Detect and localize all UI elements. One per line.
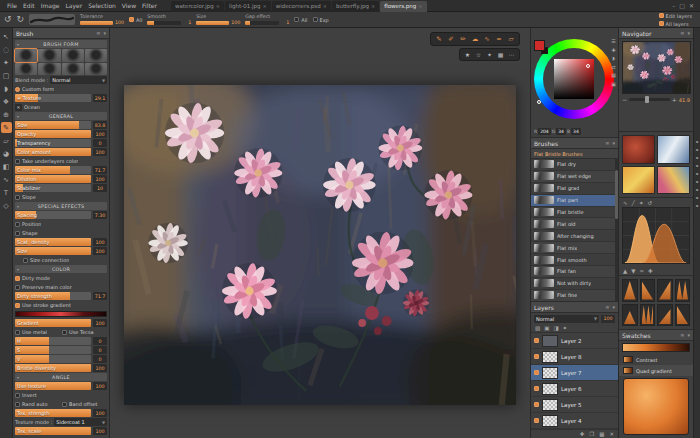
param-value[interactable]: 100 [93, 364, 107, 372]
param-scat-density[interactable]: Scat. density100 [15, 238, 107, 246]
toolbar-slider-smooth[interactable]: Smooth1 [147, 14, 191, 25]
checkbox[interactable] [15, 222, 20, 227]
param-value[interactable]: 7.30 [93, 211, 107, 219]
brush-form-thumb[interactable] [15, 49, 37, 62]
close-icon[interactable]: × [371, 3, 375, 9]
section-header[interactable]: ▾BRUSH FORM [15, 40, 107, 48]
menu-selection[interactable]: Selection [85, 2, 119, 9]
param-value[interactable]: 71.7 [93, 166, 107, 174]
more-icon[interactable]: ⋯ [507, 50, 516, 59]
slider-track[interactable]: Gradient [15, 319, 91, 327]
scrollbar-thumb[interactable] [615, 170, 618, 218]
gradient-item[interactable]: Quad gradient [619, 365, 693, 376]
profile-preset[interactable] [640, 304, 656, 327]
panel-toggle-icon[interactable]: ▪ [696, 156, 699, 160]
toolbar-slider-tolerance[interactable]: Tolerance100 [80, 14, 124, 25]
panel-toggle-icon[interactable]: ▪ [696, 204, 699, 208]
param-size[interactable]: Size83.8 [15, 121, 107, 129]
param-opacity[interactable]: Opacity100 [15, 130, 107, 138]
brush-form-thumb[interactable] [38, 49, 60, 62]
toolbar-slider-size[interactable]: Size100 [196, 14, 240, 25]
profile-preset[interactable] [657, 304, 673, 327]
slider-track[interactable]: H [15, 337, 91, 345]
brush-form-thumb[interactable] [62, 49, 84, 62]
navigator-thumbnail[interactable] [622, 41, 691, 94]
menu-image[interactable]: Image [38, 2, 63, 9]
checkbox[interactable] [15, 231, 20, 236]
layer-visibility-checkbox[interactable] [534, 338, 539, 343]
param-color-amount[interactable]: Color amount100 [15, 148, 107, 156]
toolbar-check-exp[interactable]: Exp [313, 17, 329, 23]
param-h[interactable]: H0 [15, 337, 107, 345]
doc-tab[interactable]: watercolor.jpg× [171, 1, 224, 12]
add-node-icon[interactable]: ✚ [648, 268, 653, 274]
toolbar-check-all[interactable]: All [294, 17, 307, 23]
checkbox[interactable] [15, 276, 20, 281]
layer-thumbnail[interactable] [542, 351, 558, 363]
slider-track[interactable]: Size [15, 121, 91, 129]
slider-track[interactable]: Dirty strength [15, 292, 91, 300]
param-value[interactable]: 29.1 [93, 94, 107, 102]
canvas-document[interactable] [124, 85, 516, 405]
param-check[interactable]: Dirty mode [15, 274, 107, 282]
crop-tool[interactable]: ▢ [1, 70, 12, 81]
eyedropper-tool[interactable]: ◗ [1, 83, 12, 94]
layer-row[interactable]: Layer 7 [531, 365, 618, 381]
panel-collapse-icon[interactable]: ▾ [687, 332, 690, 338]
dropdown-value[interactable]: Sidercoat 1▼ [54, 418, 107, 426]
brush-preset[interactable]: Flat old [531, 218, 618, 230]
section-header[interactable]: ▾SPECIAL EFFECTS [15, 202, 107, 210]
checkbox[interactable] [23, 258, 28, 263]
remove-icon[interactable]: ✕ [15, 104, 22, 111]
param-dilution[interactable]: Dilution100 [15, 175, 107, 183]
param-use-texture[interactable]: Use texture100 [15, 382, 107, 390]
profile-preset[interactable] [675, 279, 691, 302]
checkbox[interactable] [659, 21, 664, 26]
window-minimize-icon[interactable]: – [672, 2, 675, 9]
hand-tool[interactable]: ❖ [1, 96, 12, 107]
new-layer-icon[interactable]: ✚ [580, 431, 585, 437]
zoom-slider[interactable] [629, 98, 670, 101]
undo-icon[interactable]: ↺ [4, 15, 12, 24]
delete-layer-icon[interactable]: ✕ [609, 431, 614, 437]
brush-form-thumb[interactable] [38, 63, 60, 76]
param-color-mix[interactable]: Color mix71.7 [15, 166, 107, 174]
brush-preset[interactable]: Flat wet edge [531, 171, 618, 183]
menu-edit[interactable]: Edit [20, 2, 38, 9]
brush-preset[interactable]: Flat fine [531, 290, 618, 301]
lock-layer-icon[interactable]: ▣ [544, 325, 549, 331]
brush-form-thumb[interactable] [85, 63, 107, 76]
navigator-titlebar[interactable]: Navigator ≡ ▾ [619, 28, 693, 39]
menu-layer[interactable]: Layer [62, 2, 85, 9]
checkbox[interactable] [15, 303, 20, 308]
slider-track[interactable] [80, 21, 113, 25]
star-filled-icon[interactable]: ★ [463, 50, 472, 59]
layer-opacity-value[interactable]: 100 [601, 315, 615, 323]
gradient-strip[interactable] [622, 343, 690, 352]
slider-track[interactable]: Color mix [15, 166, 91, 174]
checkbox[interactable] [15, 159, 20, 164]
panel-toggle-icon[interactable]: ▪ [696, 188, 699, 192]
dropdown-value[interactable]: Normal▼ [50, 76, 107, 84]
star-outline-icon[interactable]: ☆ [474, 50, 483, 59]
curve-icon[interactable]: ∿ [623, 200, 628, 206]
blur-icon[interactable]: ≈ [494, 34, 504, 44]
slider-track[interactable]: Bristle diversity [15, 364, 91, 372]
brush-form-thumb[interactable] [62, 63, 84, 76]
param-dirty-strength[interactable]: Dirty strength71.7 [15, 292, 107, 300]
param-tex-scale[interactable]: Tex. scale100 [15, 427, 107, 435]
param-check[interactable]: Size connection [15, 256, 107, 264]
layer-thumbnail[interactable] [542, 399, 558, 411]
window-close-icon[interactable]: ✕ [689, 2, 694, 9]
layer-effects-icon[interactable]: ✦ [563, 325, 568, 331]
hue-marker[interactable] [537, 100, 541, 104]
param-value[interactable]: 100 [93, 319, 107, 327]
airbrush-icon[interactable]: ☁ [470, 34, 480, 44]
brush-form-thumb[interactable] [15, 63, 37, 76]
brush-panel-titlebar[interactable]: Brush ≡ ▾ [13, 28, 109, 39]
slider-track[interactable]: Color amount [15, 148, 91, 156]
param-size[interactable]: Size100 [15, 247, 107, 255]
checkbox[interactable] [15, 393, 20, 398]
palette-grid-icon[interactable]: ▦ [611, 73, 616, 78]
param-check[interactable]: Band offset [62, 401, 107, 407]
